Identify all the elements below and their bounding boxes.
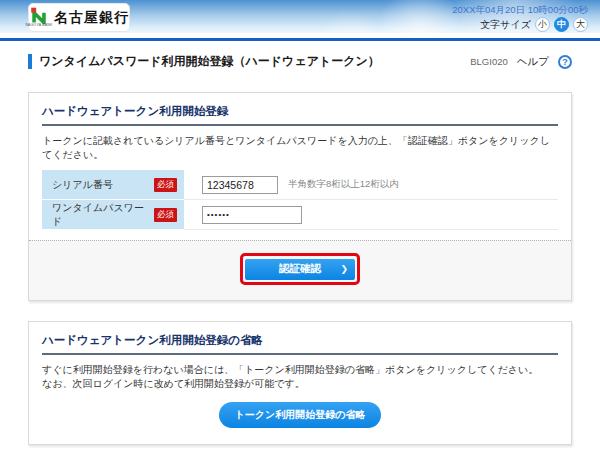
page-title-row: ワンタイムパスワード利用開始登録（ハードウェアトークン） BLGI020 ヘルプ… [0,41,600,70]
highlight-annotation-ring: 認証確認 ❯ [240,253,360,285]
token-form: シリアル番号 必須 半角数字8桁以上12桁以内 ワンタイムパスワード 必須 [42,170,558,230]
auth-confirm-button[interactable]: 認証確認 ❯ [245,259,355,280]
skip-description-line2: なお、次回ログイン時に改めて利用開始登録が可能です。 [42,377,558,391]
help-icon[interactable]: ? [558,55,572,69]
register-section-description: トークンに記載されているシリアル番号とワンタイムパスワードを入力の上、「認証確認… [42,134,558,162]
font-size-small-button[interactable]: 小 [535,17,550,32]
skip-section-heading: ハードウェアトークン利用開始登録の省略 [42,333,558,355]
required-badge: 必須 [154,178,177,192]
page-title: ワンタイムパスワード利用開始登録（ハードウェアトークン） [39,53,380,70]
otp-label: ワンタイムパスワード [52,201,154,229]
font-size-selector: 文字サイズ 小 中 大 [452,17,588,32]
serial-number-row: シリアル番号 必須 半角数字8桁以上12桁以内 [42,170,558,200]
otp-label-cell: ワンタイムパスワード 必須 [42,200,184,230]
serial-number-label-cell: シリアル番号 必須 [42,170,184,200]
submit-button-area: 認証確認 ❯ [29,240,571,300]
datetime-display: 20XX年04月20日 10時00分00秒 [452,3,588,16]
serial-number-value-cell: 半角数字8桁以上12桁以内 [184,170,558,200]
skip-description-line1: すぐに利用開始登録を行わない場合には、「トークン利用開始登録の省略」ボタンをクリ… [42,363,558,377]
otp-input[interactable] [202,206,302,224]
font-size-large-button[interactable]: 大 [573,17,588,32]
otp-row: ワンタイムパスワード 必須 [42,200,558,230]
screen-id: BLGI020 [470,56,508,67]
bank-logo-icon: NAGOYA BANK [29,7,49,29]
chevron-right-icon: ❯ [340,264,348,274]
serial-number-input[interactable] [202,176,278,194]
serial-number-note: 半角数字8桁以上12桁以内 [288,178,399,191]
otp-value-cell [184,200,558,230]
font-size-label: 文字サイズ [480,18,531,32]
skip-token-registration-button[interactable]: トークン利用開始登録の省略 [219,402,382,428]
header-banner: NAGOYA BANK 名古屋銀行 20XX年04月20日 10時00分00秒 … [0,0,600,33]
help-label[interactable]: ヘルプ [517,55,549,69]
skip-section: ハードウェアトークン利用開始登録の省略 すぐに利用開始登録を行わない場合には、「… [28,321,572,445]
bank-logo[interactable]: NAGOYA BANK 名古屋銀行 [28,3,130,32]
font-size-medium-button[interactable]: 中 [554,17,569,32]
register-section-heading: ハードウェアトークン利用開始登録 [42,104,558,126]
serial-number-label: シリアル番号 [52,178,113,192]
register-section: ハードウェアトークン利用開始登録 トークンに記載されているシリアル番号とワンタイ… [28,92,572,301]
required-badge: 必須 [154,208,177,222]
title-accent-bar [28,54,32,69]
auth-confirm-button-label: 認証確認 [279,262,321,276]
bank-logo-subtext: NAGOYA BANK [25,24,52,27]
bank-name: 名古屋銀行 [54,9,129,27]
